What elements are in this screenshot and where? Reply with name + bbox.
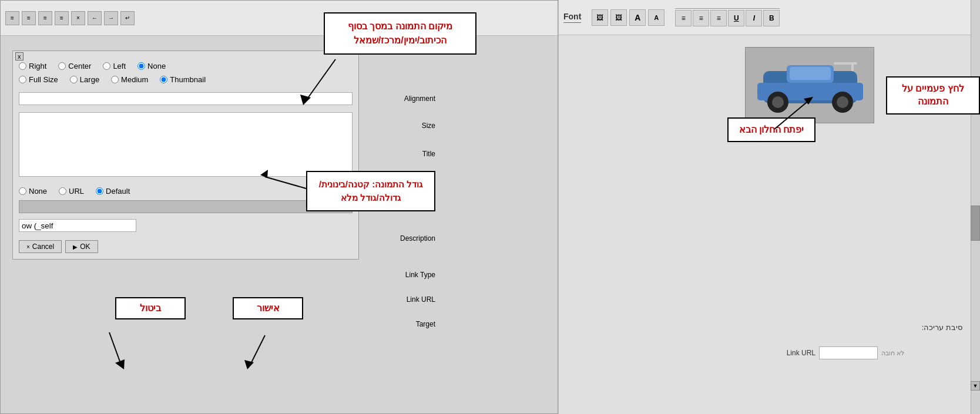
cancel-icon: × xyxy=(26,244,30,250)
size-annotation-box: גודל התמונה: קטנה/בינונית/ גדולה/גודל מל… xyxy=(306,171,435,211)
dialog-buttons: × Cancel ▶ OK xyxy=(19,240,353,253)
alignment-field-label: Alignment xyxy=(371,95,435,103)
toolbar-icon-1[interactable]: ≡ xyxy=(5,11,19,25)
target-row xyxy=(19,216,353,235)
italic-icon[interactable]: I xyxy=(746,10,762,26)
alignment-none[interactable]: None xyxy=(137,62,166,70)
link-url-field-label: Link URL xyxy=(371,295,435,304)
size-large-radio[interactable] xyxy=(70,76,78,83)
toolbar-size-icon2[interactable]: A xyxy=(648,9,664,26)
scrollbar-down-button[interactable]: ▼ xyxy=(971,381,980,391)
size-medium-label: Medium xyxy=(121,75,148,84)
size-full-radio[interactable] xyxy=(19,76,26,83)
alignment-left[interactable]: Left xyxy=(103,62,126,70)
alignment-center-label: Center xyxy=(68,62,91,70)
link-default-label: Default xyxy=(106,187,130,196)
size-large-label: Large xyxy=(80,75,99,84)
target-field-label: Target xyxy=(371,320,435,328)
toolbar-icon-6[interactable]: ← xyxy=(88,11,102,25)
next-window-arrow xyxy=(768,94,827,141)
alignment-right-label: Right xyxy=(29,62,46,70)
font-label: Font xyxy=(563,12,581,23)
toolbar-icon-7[interactable]: → xyxy=(104,11,118,25)
link-url-sidebar-input[interactable] xyxy=(819,346,878,359)
ok-button[interactable]: ▶ OK xyxy=(65,240,98,253)
toolbar-size-icon1[interactable]: A xyxy=(629,9,646,26)
link-default-radio[interactable] xyxy=(96,187,103,195)
ok-label: OK xyxy=(80,243,90,251)
toolbar-image-icon1[interactable]: 🖼 xyxy=(592,9,608,26)
svg-line-4 xyxy=(250,335,265,365)
url-bar xyxy=(19,200,353,213)
alignment-none-label: None xyxy=(147,62,166,70)
link-url-label: URL xyxy=(69,187,84,196)
main-container: ≡ ≡ ≡ ≡ × ← → ↵ x Right Center xyxy=(0,0,980,414)
svg-line-6 xyxy=(109,332,121,365)
align-right-icon[interactable]: ≡ xyxy=(710,10,727,26)
ok-icon: ▶ xyxy=(73,244,78,250)
underline-icon[interactable]: U xyxy=(728,10,744,26)
toolbar-icon-2[interactable]: ≡ xyxy=(22,11,36,25)
link-url-sidebar-label: Link URL xyxy=(768,349,815,357)
svg-point-13 xyxy=(837,96,848,108)
svg-line-19 xyxy=(774,100,810,129)
svg-marker-3 xyxy=(260,170,268,178)
svg-rect-15 xyxy=(790,67,831,80)
svg-rect-17 xyxy=(851,62,854,71)
link-placeholder: לא חובה xyxy=(881,349,904,357)
size-annotation-arrow xyxy=(247,165,312,194)
toolbar-image-icon2[interactable]: 🖼 xyxy=(610,9,627,26)
far-right-annotation: לחץ פעמיים על התמונה xyxy=(886,76,980,115)
target-input[interactable] xyxy=(19,219,136,232)
size-thumbnail[interactable]: Thumbnail xyxy=(160,75,206,84)
toolbar-icon-8[interactable]: ↵ xyxy=(120,11,135,25)
link-default[interactable]: Default xyxy=(96,187,130,196)
toolbar-icon-4[interactable]: ≡ xyxy=(55,11,69,25)
link-none-radio[interactable] xyxy=(19,187,26,195)
size-large[interactable]: Large xyxy=(70,75,99,84)
cancel-button[interactable]: × Cancel xyxy=(19,240,62,253)
link-url-radio[interactable] xyxy=(59,187,66,195)
link-url[interactable]: URL xyxy=(59,187,84,196)
alignment-none-radio[interactable] xyxy=(137,62,145,70)
link-section: Link URL לא חובה xyxy=(768,346,968,363)
toolbar-icon-5[interactable]: × xyxy=(71,11,85,25)
cancel-annotation-box: ביטול xyxy=(115,297,186,319)
align-center-icon[interactable]: ≡ xyxy=(693,10,709,26)
size-medium-radio[interactable] xyxy=(111,76,119,83)
align-left-icon[interactable]: ≡ xyxy=(675,10,692,26)
size-full[interactable]: Full Size xyxy=(19,75,58,84)
scrollbar-thumb[interactable] xyxy=(971,206,980,241)
sidebar-toolbar: Font 🖼 🖼 A A ≡ ≡ ≡ U I B xyxy=(559,0,980,35)
link-labels: Link Type Link URL Target xyxy=(371,271,435,328)
dialog-close-button[interactable]: x xyxy=(15,52,24,60)
alignment-center-radio[interactable] xyxy=(58,62,66,70)
approve-annotation-box: אישור xyxy=(233,297,303,319)
right-sidebar: Font 🖼 🖼 A A ≡ ≡ ≡ U I B xyxy=(558,0,980,414)
alignment-left-label: Left xyxy=(113,62,126,70)
scrollbar[interactable]: ▼ xyxy=(971,0,980,414)
svg-line-0 xyxy=(306,59,335,100)
size-thumbnail-radio[interactable] xyxy=(160,76,167,83)
link-none[interactable]: None xyxy=(19,187,47,196)
toolbar-icon-3[interactable]: ≡ xyxy=(38,11,52,25)
alignment-left-radio[interactable] xyxy=(103,62,110,70)
bold-icon[interactable]: B xyxy=(763,10,780,26)
link-url-row: Link URL לא חובה xyxy=(768,346,968,359)
size-thumbnail-label: Thumbnail xyxy=(170,75,206,84)
cancel-label: Cancel xyxy=(32,243,54,251)
title-field-label: Title xyxy=(371,150,435,158)
link-none-label: None xyxy=(29,187,47,196)
cancel-arrow xyxy=(92,332,139,376)
alignment-right-radio[interactable] xyxy=(19,62,26,70)
description-field-label: Description xyxy=(371,234,435,243)
size-full-label: Full Size xyxy=(29,75,58,84)
top-annotation-arrow xyxy=(288,59,347,106)
size-medium[interactable]: Medium xyxy=(111,75,148,84)
alignment-right[interactable]: Right xyxy=(19,62,46,70)
alignment-center[interactable]: Center xyxy=(58,62,91,70)
size-field-label: Size xyxy=(371,122,435,130)
svg-line-2 xyxy=(265,177,306,189)
link-type-field-label: Link Type xyxy=(371,271,435,279)
top-annotation-box: מיקום התמונה במסך בסוף הכיתוב/ימין/מרכז/… xyxy=(324,12,476,55)
